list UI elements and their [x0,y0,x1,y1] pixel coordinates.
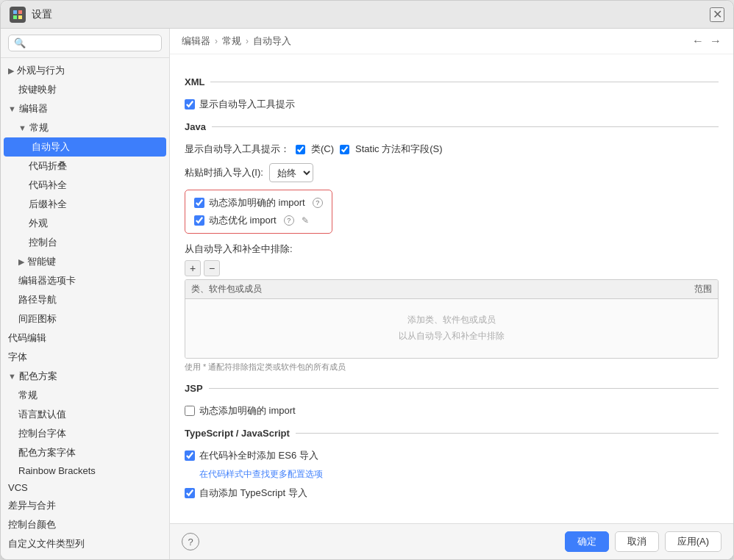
sidebar-item-font[interactable]: 字体 [1,348,169,367]
footer: ? 确定 取消 应用(A) [170,523,733,559]
breadcrumb-bar: 编辑器 › 常规 › 自动导入 ← → [170,29,733,54]
exclude-label: 从自动导入和补全中排除: [185,243,719,256]
back-button[interactable]: ← [692,35,704,48]
java-dynamic-optimize-label[interactable]: 动态优化 import [209,214,277,227]
sidebar-item-appearance2[interactable]: 外观 [1,214,169,233]
close-button[interactable]: ✕ [710,7,724,22]
ts-code-style-link[interactable]: 在代码样式中查找更多配置选项 [199,469,323,479]
java-dynamic-optimize-checkbox[interactable] [194,215,204,226]
ok-button[interactable]: 确定 [565,531,609,552]
sidebar-item-code-folding[interactable]: 代码折叠 [1,157,169,176]
sidebar-item-console-font[interactable]: 控制台字体 [1,424,169,443]
col-scope: 范围 [668,283,712,295]
arrow-icon: ▼ [8,372,16,381]
breadcrumb-nav: ← → [692,35,721,48]
exclude-table: 类、软件包或成员 范围 添加类、软件包或成员 以从自动导入和补全中排除 [185,279,719,359]
sidebar-item-breadcrumbs[interactable]: 路径导航 [1,290,169,309]
settings-dialog: 设置 ✕ 🔍 ▶ 外观与行为 按键映射 ▼ [0,0,734,560]
sidebar-item-console[interactable]: 控制台 [1,233,169,252]
cancel-button[interactable]: 取消 [615,531,659,552]
arrow-icon: ▼ [18,123,26,132]
sidebar-item-diff-merge[interactable]: 差异与合并 [1,496,169,515]
ts-auto-add-label[interactable]: 自动添加 TypeScript 导入 [199,487,307,500]
add-exclude-button[interactable]: + [185,260,201,276]
ts-auto-add-item: 自动添加 TypeScript 导入 [185,487,719,500]
sidebar-item-appearance[interactable]: ▶ 外观与行为 [1,61,169,80]
ts-es6-label[interactable]: 在代码补全时添加 ES6 导入 [199,449,318,462]
sidebar-item-console-color[interactable]: 控制台颜色 [1,515,169,534]
xml-show-tooltip-label[interactable]: 显示自动导入工具提示 [199,98,295,111]
right-panel: 编辑器 › 常规 › 自动导入 ← → XML 显示自动导 [170,29,733,559]
help-button[interactable]: ? [182,533,199,550]
apply-button[interactable]: 应用(A) [665,531,721,552]
sidebar-item-scheme-general[interactable]: 常规 [1,386,169,405]
java-class-checkbox[interactable] [296,145,305,154]
java-divider-line [212,126,719,127]
remove-exclude-button[interactable]: − [204,260,220,276]
ts-section-divider: TypeScript / JavaScript [185,428,719,439]
java-paste-label: 粘贴时插入导入(I): [185,166,263,179]
ts-divider-line [296,433,719,434]
sidebar-item-auto-import[interactable]: 自动导入 [4,137,166,157]
sidebar-item-code-completion[interactable]: 代码补全 [1,176,169,195]
ts-es6-item: 在代码补全时添加 ES6 导入 [185,449,719,462]
java-paste-row: 粘贴时插入导入(I): 始终 询问 从不 [185,163,719,182]
java-static-label[interactable]: Static 方法和字段(S) [355,143,442,156]
jsp-dynamic-add-checkbox[interactable] [185,406,195,416]
arrow-icon: ▶ [8,66,14,76]
breadcrumb-sep-1: › [215,36,218,46]
sidebar-item-color-scheme[interactable]: ▼ 配色方案 [1,367,169,386]
xml-show-tooltip-checkbox[interactable] [185,99,195,110]
ts-es6-checkbox[interactable] [185,450,195,461]
sidebar-item-scheme-font[interactable]: 配色方案字体 [1,443,169,462]
search-wrap[interactable]: 🔍 [8,35,162,51]
breadcrumb-editor: 编辑器 [182,35,210,48]
svg-rect-0 [13,10,17,14]
sidebar-item-keymap[interactable]: 按键映射 [1,80,169,99]
window-title: 设置 [32,8,52,21]
breadcrumb-general: 常规 [222,35,241,48]
ts-auto-add-checkbox[interactable] [185,488,195,498]
xml-divider-line [210,82,719,82]
java-static-checkbox[interactable] [340,145,349,154]
search-area: 🔍 [1,29,169,58]
sidebar-item-postfix-completion[interactable]: 后缀补全 [1,195,169,214]
java-class-label[interactable]: 类(C) [311,143,334,156]
sidebar-item-general[interactable]: ▼ 常规 [1,118,169,137]
help-icon-dynamic-add[interactable]: ? [313,198,323,208]
java-dynamic-add-checkbox[interactable] [194,198,204,208]
table-body: 添加类、软件包或成员 以从自动导入和补全中排除 [185,299,718,358]
jsp-divider-line [209,388,719,389]
col-class: 类、软件包或成员 [191,283,668,295]
java-paste-select[interactable]: 始终 询问 从不 [269,163,313,182]
svg-rect-3 [18,15,22,19]
help-icon-dynamic-opt[interactable]: ? [284,215,294,226]
jsp-dynamic-add-label[interactable]: 动态添加明确的 import [199,404,296,417]
wildcard-hint: 使用 * 通配符排除指定类或软件包的所有成员 [185,362,719,373]
sidebar-item-file-types[interactable]: 自定义文件类型列 [1,534,169,553]
arrow-icon: ▶ [18,257,24,267]
search-input[interactable] [29,37,156,49]
java-dynamic-box: 动态添加明确的 import ? 动态优化 import ? ✎ [185,190,332,234]
edit-icon-dynamic-opt[interactable]: ✎ [302,215,309,226]
sidebar-item-gutter-icons[interactable]: 间距图标 [1,309,169,329]
sidebar-item-smart-keys[interactable]: ▶ 智能键 [1,252,169,271]
xml-section-divider: XML [185,76,719,87]
sidebar-item-rainbow-brackets[interactable]: Rainbow Brackets [1,462,169,479]
jsp-section-divider: JSP [185,383,719,394]
jsp-dynamic-add-item: 动态添加明确的 import [185,404,719,417]
svg-rect-1 [18,10,22,14]
java-dynamic-add-label[interactable]: 动态添加明确的 import [209,196,305,209]
java-dynamic-add-item: 动态添加明确的 import ? [194,196,323,209]
java-section-divider: Java [185,121,719,132]
sidebar-item-vcs[interactable]: VCS [1,479,169,496]
sidebar-item-editor[interactable]: ▼ 编辑器 [1,99,169,118]
forward-button[interactable]: → [710,35,721,48]
table-toolbar: + − [185,260,719,276]
sidebar-item-lang-defaults[interactable]: 语言默认值 [1,405,169,424]
sidebar-item-editor-tabs[interactable]: 编辑器选项卡 [1,271,169,290]
java-tooltip-label: 显示自动导入工具提示： [185,143,290,156]
xml-show-tooltip-item: 显示自动导入工具提示 [185,98,719,111]
sidebar-item-code-editing[interactable]: 代码编辑 [1,329,169,348]
table-placeholder: 添加类、软件包或成员 以从自动导入和补全中排除 [399,312,505,344]
